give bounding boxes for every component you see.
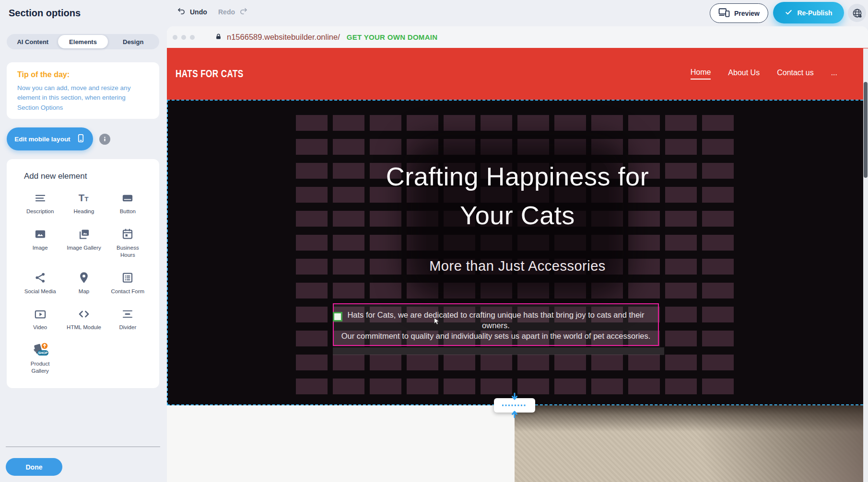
panel-tab[interactable]: Elements [58, 35, 108, 48]
globe-icon[interactable] [848, 4, 866, 22]
svg-text:T: T [79, 193, 85, 203]
section-options-panel: Section options AI Content Elements Desi… [0, 0, 167, 482]
add-element-item[interactable]: Map [62, 271, 106, 296]
text-lines-icon [34, 191, 47, 205]
add-element-label: Social Media [24, 288, 56, 296]
nav-item[interactable]: ... [831, 69, 837, 79]
add-element-item[interactable]: Description [18, 191, 62, 216]
code-icon [77, 307, 91, 321]
republish-button[interactable]: Re-Publish [773, 2, 844, 23]
nav-item[interactable]: About Us [728, 69, 760, 79]
add-element-label: Divider [119, 324, 136, 332]
svg-text:SHOP: SHOP [38, 351, 47, 355]
nav-item[interactable]: Contact us [777, 69, 813, 79]
add-element-item[interactable]: Image [18, 227, 62, 259]
info-icon[interactable] [99, 134, 110, 145]
edit-mobile-layout-button[interactable]: Edit mobile layout [7, 127, 93, 150]
add-element-label: Image Gallery [67, 244, 101, 252]
add-element-item[interactable]: Button [106, 191, 150, 216]
lock-icon [215, 33, 222, 41]
add-element-label: Button [120, 208, 136, 216]
site-logo[interactable]: HATS FOR CATS [176, 68, 244, 80]
calendar-icon [121, 227, 134, 241]
divider-icon [121, 307, 134, 321]
add-element-label: Contact Form [111, 288, 144, 296]
edit-mobile-layout-label: Edit mobile layout [14, 136, 70, 143]
add-element-label: Image [33, 244, 48, 252]
add-new-element-title: Add new element [24, 172, 159, 181]
add-element-item[interactable]: HTML Module [62, 307, 106, 332]
element-margin-indicator [333, 347, 664, 355]
scrollbar-track[interactable] [863, 48, 868, 482]
redo-label: Redo [218, 8, 235, 16]
add-element-item[interactable]: Image Gallery [62, 227, 106, 259]
undo-label: Undo [190, 8, 207, 16]
sidebar-divider [6, 447, 160, 447]
hero-description[interactable]: Hats for Cats, we are dedicated to craft… [334, 310, 658, 341]
redo-icon [239, 7, 248, 17]
add-new-element-card: Add new element Description TT Heading B… [7, 159, 159, 388]
add-element-item[interactable]: SHOP Product Gallery [18, 343, 62, 375]
phone-icon [76, 134, 85, 144]
button-icon [121, 191, 134, 205]
share-icon [34, 271, 47, 285]
add-element-item[interactable]: TT Heading [62, 191, 106, 216]
next-section-blank [167, 405, 515, 482]
add-element-item[interactable]: Business Hours [106, 227, 150, 259]
add-element-item[interactable]: Contact Form [106, 271, 150, 296]
add-element-item[interactable]: Video [18, 307, 62, 332]
product-gallery-icon: SHOP [31, 343, 50, 357]
window-dot [173, 35, 177, 40]
preview-button[interactable]: Preview [710, 3, 768, 23]
done-button[interactable]: Done [6, 458, 62, 476]
add-element-label: Business Hours [110, 244, 145, 259]
mouse-cursor-icon [433, 318, 440, 325]
window-dot [181, 35, 186, 40]
preview-label: Preview [734, 10, 760, 17]
url-text: n1566589.websitebuilder.online/ [227, 33, 340, 42]
panel-tab[interactable]: Design [108, 35, 158, 48]
check-icon [785, 9, 793, 17]
map-pin-icon [77, 271, 91, 285]
add-element-label: HTML Module [67, 324, 101, 332]
hero-title[interactable]: Crafting Happiness forYour Cats [359, 157, 676, 235]
site-nav: Home About Us Contact us ... [691, 68, 837, 80]
add-element-label: Map [79, 288, 89, 296]
contact-form-icon [121, 271, 134, 285]
image-gallery-icon [77, 227, 91, 241]
site-canvas: HATS FOR CATS Home About Us Contact us .… [167, 48, 868, 482]
panel-tab[interactable]: AI Content [8, 35, 58, 48]
undo-icon [176, 7, 186, 17]
panel-title: Section options [9, 8, 81, 19]
nav-item[interactable]: Home [691, 68, 711, 80]
svg-text:T: T [84, 195, 89, 203]
redo-button[interactable]: Redo [218, 7, 248, 17]
browser-preview: n1566589.websitebuilder.online/ GET YOUR… [167, 26, 868, 482]
video-icon [34, 307, 47, 321]
get-domain-link[interactable]: GET YOUR OWN DOMAIN [347, 33, 438, 41]
add-element-label: Product Gallery [23, 360, 58, 375]
window-dot [190, 35, 195, 40]
tip-title: Tip of the day: [17, 70, 149, 79]
devices-icon [718, 8, 730, 19]
tip-of-the-day-card: Tip of the day: Now you can add, move an… [7, 62, 159, 119]
undo-button[interactable]: Undo [176, 7, 207, 17]
pavement-photo [515, 405, 868, 482]
section-resize-handle[interactable] [494, 398, 535, 413]
add-element-item[interactable]: Divider [106, 307, 150, 332]
drag-handle[interactable] [333, 312, 342, 321]
add-element-grid: Description TT Heading Button Image [18, 191, 150, 375]
add-element-label: Video [33, 324, 47, 332]
tip-body: Now you can add, move and resize any ele… [17, 83, 149, 113]
add-element-item[interactable]: Social Media [18, 271, 62, 296]
hero-subtitle[interactable]: More than Just Accessories [167, 258, 868, 274]
scrollbar-thumb[interactable] [864, 82, 868, 178]
browser-chrome: n1566589.websitebuilder.online/ GET YOUR… [167, 26, 868, 48]
hero-section[interactable]: Crafting Happiness forYour Cats More tha… [167, 100, 868, 405]
image-icon [34, 227, 47, 241]
republish-label: Re-Publish [797, 9, 832, 17]
site-header[interactable]: HATS FOR CATS Home About Us Contact us .… [167, 48, 868, 100]
selected-text-element[interactable]: Hats for Cats, we are dedicated to craft… [333, 303, 659, 346]
panel-tabs: AI Content Elements Design [7, 34, 159, 49]
add-element-label: Heading [74, 208, 94, 216]
